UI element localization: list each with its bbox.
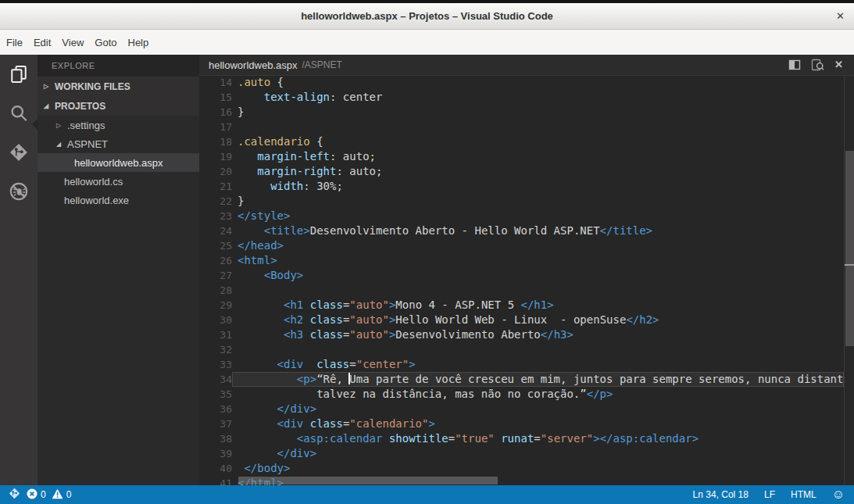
line-number: 36 [199, 402, 232, 416]
file-label: ASPNET [67, 138, 108, 150]
chevron-expanded-icon: ◢ [44, 102, 55, 109]
search-icon [8, 102, 30, 124]
code-line[interactable]: 34 <p>“Rê, Uma parte de você cresceu em … [199, 372, 844, 387]
sidebar-item-helloworld.cs[interactable]: helloworld.cs [38, 172, 199, 191]
code-line[interactable]: 23</style> [199, 209, 844, 223]
chevron-expanded-icon: ◢ [56, 141, 67, 148]
current-line-content: <p>“Rê, Uma parte de você cresceu em mim… [232, 372, 844, 387]
menu-bar: FileEditViewGotoHelp [0, 30, 854, 55]
file-label: helloworld.exe [64, 195, 129, 206]
git-button[interactable] [0, 133, 38, 172]
errors-indicator[interactable]: 0 [27, 488, 46, 502]
line-content: </body> [232, 461, 844, 476]
split-editor-icon[interactable] [788, 59, 801, 71]
tab-actions: ✕ [788, 59, 854, 71]
tab-close-icon[interactable]: ✕ [834, 59, 843, 71]
window-close-button[interactable]: ✕ [836, 9, 845, 23]
explorer-button[interactable] [0, 55, 38, 94]
vertical-scrollbar[interactable] [844, 76, 854, 485]
code-line[interactable]: 20 margin-right: auto; [199, 164, 844, 179]
line-number: 23 [199, 209, 232, 223]
horizontal-scrollbar-thumb[interactable] [238, 477, 498, 484]
preview-icon[interactable] [811, 59, 824, 71]
code-line[interactable]: 14.auto { [199, 75, 844, 90]
explorer-tree: ▷WORKING FILES◢PROJETOS▷.settings◢ASPNET… [38, 77, 199, 209]
files-icon [8, 63, 30, 85]
editor-tab-bar: helloworldweb.aspx /ASPNET [199, 55, 854, 76]
code-line[interactable]: 24 <title>Desenvolvimento Aberto - Hello… [199, 223, 844, 238]
chevron-collapsed-icon: ▷ [44, 83, 55, 90]
line-content: .calendario { [232, 134, 844, 149]
eol-indicator[interactable]: LF [764, 489, 775, 500]
sidebar-item-.settings[interactable]: ▷.settings [38, 116, 199, 134]
tab-path: /ASPNET [302, 59, 341, 70]
file-label: .settings [67, 120, 105, 131]
code-line[interactable]: 16} [199, 105, 844, 120]
line-content [232, 283, 844, 298]
line-number: 19 [199, 149, 232, 164]
code-line[interactable]: 30 <h2 class="auto">Hello World Web - Li… [199, 313, 844, 327]
menu-item-goto[interactable]: Goto [95, 34, 116, 52]
code-area[interactable]: 14.auto {15 text-align: center16}1718.ca… [199, 75, 844, 485]
code-line[interactable]: 29 <h1 class="auto">Mono 4 - ASP.NET 5 <… [199, 298, 844, 313]
section-label: PROJETOS [55, 101, 105, 112]
feedback-smiley-icon[interactable]: ☺ [832, 488, 845, 501]
explorer-sidebar: EXPLORE ▷WORKING FILES◢PROJETOS▷.setting… [38, 55, 199, 485]
line-content: <div class="center"> [232, 357, 844, 372]
line-content: </div> [232, 446, 844, 461]
sidebar-item-helloworld.exe[interactable]: helloworld.exe [38, 191, 199, 209]
code-line[interactable]: 33 <div class="center"> [199, 357, 844, 372]
git-status-icon[interactable] [8, 487, 21, 502]
chevron-collapsed-icon: ▷ [56, 122, 67, 129]
debug-button[interactable] [0, 172, 38, 211]
line-number: 38 [199, 431, 232, 446]
line-content: <asp:calendar showtitle="true" runat="se… [232, 431, 844, 446]
line-number: 28 [199, 283, 232, 298]
line-number: 20 [199, 164, 232, 179]
code-line[interactable]: 31 <h3 class="auto">Desenvolvimento Aber… [199, 327, 844, 342]
sidebar-section-working-files[interactable]: ▷WORKING FILES [38, 77, 199, 96]
code-line[interactable]: 21 width: 30%; [199, 179, 844, 194]
warnings-indicator[interactable]: 0 [52, 488, 72, 502]
menu-item-file[interactable]: File [6, 34, 23, 52]
code-line[interactable]: 37 <div class="calendario"> [199, 416, 844, 431]
code-line[interactable]: 27 <Body> [199, 268, 844, 283]
cursor-position[interactable]: Ln 34, Col 18 [693, 489, 749, 500]
menu-item-help[interactable]: Help [128, 34, 149, 52]
line-number: 25 [199, 238, 232, 253]
sidebar-section-projetos[interactable]: ◢PROJETOS [38, 96, 199, 116]
code-line[interactable]: 36 </div> [199, 402, 844, 416]
code-line[interactable]: 40 </body> [199, 461, 844, 476]
line-content: .auto { [232, 75, 844, 90]
line-content: </head> [232, 238, 844, 253]
code-line[interactable]: 39 </div> [199, 446, 844, 461]
code-line[interactable]: 19 margin-left: auto; [199, 149, 844, 164]
code-line[interactable]: 15 text-align: center [199, 90, 844, 105]
title-bar: helloworldweb.aspx – Projetos – Visual S… [0, 3, 854, 30]
menu-item-edit[interactable]: Edit [34, 34, 51, 52]
menu-item-view[interactable]: View [62, 34, 84, 52]
code-line[interactable]: 35 talvez na distância, mas não no coraç… [199, 387, 844, 402]
code-line[interactable]: 17 [199, 120, 844, 134]
code-line[interactable]: 22} [199, 194, 844, 209]
language-mode[interactable]: HTML [791, 489, 816, 500]
sidebar-item-aspnet[interactable]: ◢ASPNET [38, 134, 199, 153]
line-content: <html> [232, 253, 844, 268]
line-number: 16 [199, 105, 232, 120]
overview-ruler-cursor-marker [845, 264, 854, 266]
line-number: 32 [199, 342, 232, 357]
vertical-scrollbar-thumb[interactable] [845, 151, 854, 346]
line-number: 39 [199, 446, 232, 461]
code-line[interactable]: 28 [199, 283, 844, 298]
line-number: 22 [199, 194, 232, 209]
activity-bar [0, 55, 38, 485]
tab-filename[interactable]: helloworldweb.aspx [209, 59, 297, 71]
code-line[interactable]: 26<html> [199, 253, 844, 268]
code-line[interactable]: 18.calendario { [199, 134, 844, 149]
sidebar-item-helloworldweb.aspx[interactable]: helloworldweb.aspx [38, 153, 199, 172]
code-line[interactable]: 32 [199, 342, 844, 357]
line-content: <h2 class="auto">Hello World Web - Linux… [232, 313, 844, 327]
code-line[interactable]: 25</head> [199, 238, 844, 253]
code-line[interactable]: 38 <asp:calendar showtitle="true" runat=… [199, 431, 844, 446]
line-number: 37 [199, 416, 232, 431]
